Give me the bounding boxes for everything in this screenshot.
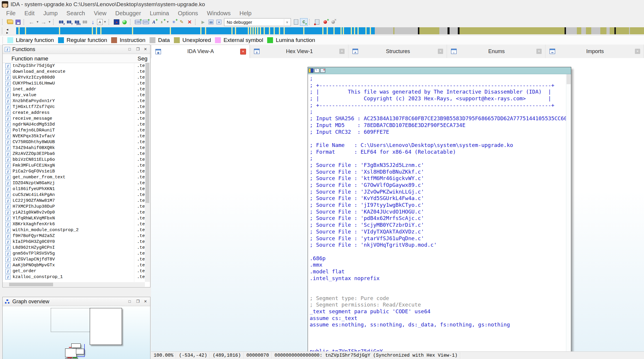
function-row[interactable]: fkIaIPhGH3Zg0C0Y0.tex	[3, 239, 145, 245]
tab-close-icon[interactable]: ✕	[635, 49, 640, 54]
disassembly-window-caption[interactable]	[308, 67, 571, 74]
step-trace-button[interactable]	[292, 18, 300, 26]
menu-item-options[interactable]: Options	[173, 9, 202, 18]
function-row[interactable]: fXBKrkXaghfenXrk6.tex	[3, 221, 145, 227]
run-to-cursor-button[interactable]: C	[300, 18, 308, 26]
menu-item-search[interactable]: Search	[62, 9, 89, 18]
function-row[interactable]: fIDZO4NzptW8GaHzj.tex	[3, 180, 145, 186]
function-row[interactable]: fol186ifyeUPhXKN1.tex	[3, 186, 145, 192]
function-row[interactable]: fkey_value.tex	[3, 92, 145, 98]
scrollbar-thumb[interactable]	[9, 283, 53, 286]
function-row[interactable]: fLC22j9OZfANw81M7.tex	[3, 198, 145, 204]
name-dropdown[interactable]: ▼	[103, 18, 107, 26]
function-row[interactable]: fH7XMCPIhJup38DuP.tex	[3, 204, 145, 209]
function-row[interactable]: fget_order.tex	[3, 268, 145, 274]
function-row[interactable]: fCV75RGDhthy8WUUB.tex	[3, 139, 145, 145]
navband-left-arrow-icon[interactable]: ◄	[6, 28, 9, 31]
menu-item-file[interactable]: File	[2, 9, 20, 18]
tab-structures[interactable]: AStructures✕	[348, 45, 447, 58]
function-row[interactable]: fngdrNAU4cdMg51Dd.tex	[3, 121, 145, 127]
function-row[interactable]: fTjHGxLtf7Zsf7qVc.tex	[3, 104, 145, 110]
graph-overview-titlebar[interactable]: Graph overview □ ❐ ✕	[3, 297, 150, 306]
function-row[interactable]: fCUKYPhwi1L6LHmwU.tex	[3, 80, 145, 86]
column-function-name[interactable]: Function name	[11, 55, 48, 62]
create-code-button[interactable]: CODE	[134, 18, 142, 26]
function-row[interactable]: fPolfmjn6LDRAuniT.tex	[3, 127, 145, 133]
column-segment[interactable]: Seg	[138, 55, 148, 62]
name-button[interactable]: A	[97, 18, 103, 26]
tab-ida-view-a[interactable]: ≣IDA View-A✕	[151, 45, 250, 58]
function-row[interactable]: fgnm56vTPlRSVSV5g.tex	[3, 250, 145, 256]
function-row[interactable]: fcreate_address.tex	[3, 110, 145, 116]
functions-horizontal-scrollbar[interactable]	[3, 282, 145, 287]
tab-close-icon[interactable]: ✕	[536, 49, 542, 54]
menu-item-debugger[interactable]: Debugger	[111, 9, 145, 18]
function-row[interactable]: freceive_message.tex	[3, 116, 145, 121]
create-string-button[interactable]: A	[150, 18, 158, 26]
tab-close-icon[interactable]: ✕	[240, 49, 246, 55]
function-row[interactable]: fNVEKPqx35kIvfacV.tex	[3, 133, 145, 139]
function-row[interactable]: fkzalloc_constprop_1.tex	[3, 274, 145, 280]
create-array-button[interactable]: ✳	[170, 18, 178, 26]
navigate-forward-button[interactable]: →	[40, 18, 48, 26]
scrollbar-thumb[interactable]	[567, 74, 571, 84]
lumina-status-icon[interactable]	[121, 18, 128, 26]
function-row[interactable]: fL8d962tHZygRCPnI.tex	[3, 245, 145, 250]
close-button[interactable]: ✕	[142, 46, 149, 53]
debugger-pause-button[interactable]: ❚❚	[207, 18, 215, 26]
function-row[interactable]: fYlfqRhWLKVqMFbxN.tex	[3, 215, 145, 221]
forward-history-dropdown[interactable]: ▼	[48, 18, 52, 26]
function-row[interactable]: fAaKjbPNOqbMpvGTx.tex	[3, 262, 145, 268]
search-immediate-value-button[interactable]: #	[57, 18, 65, 26]
undefine-button[interactable]: ✕	[186, 18, 194, 26]
menu-item-lumina[interactable]: Lumina	[145, 9, 174, 18]
debugger-select-combo[interactable]: No debugger∨	[224, 18, 291, 26]
maximize-button[interactable]: □	[126, 46, 133, 53]
function-row[interactable]: fbbiVzCN811ELLp6o.tex	[3, 157, 145, 162]
debugger-stop-button[interactable]: ■	[215, 18, 223, 26]
navband-marker-button[interactable]: ▲	[113, 18, 121, 26]
close-button[interactable]: ✕	[142, 298, 149, 305]
tab-enums[interactable]: ⁝Enums✕	[447, 45, 545, 58]
function-row[interactable]: fwithin_module_constprop_2.tex	[3, 227, 145, 233]
disassembly-scrollbar[interactable]	[566, 74, 571, 352]
navigation-band[interactable]	[16, 27, 644, 34]
function-row[interactable]: fPiCa2rGqFOVs1eiB.tex	[3, 168, 145, 174]
tab-close-icon[interactable]: ✕	[438, 49, 443, 54]
chevron-down-icon[interactable]: ∨	[284, 19, 290, 25]
maximize-button[interactable]: □	[126, 298, 133, 305]
navband-right-arrow-icon[interactable]: ►	[6, 31, 9, 34]
add-breakpoint-button[interactable]	[321, 18, 329, 26]
function-row[interactable]: fXnzbhEaPnydxn1rY.tex	[3, 98, 145, 104]
function-row[interactable]: ff9H7BoFQyrMd2a5Z.tex	[3, 233, 145, 239]
back-history-dropdown[interactable]: ▼	[35, 18, 40, 26]
breakpoint-list-button[interactable]	[313, 18, 321, 26]
function-row[interactable]: fT34Z94ahif0BXQRk.tex	[3, 145, 145, 151]
float-button[interactable]: ❐	[134, 46, 141, 53]
menu-item-help[interactable]: Help	[235, 9, 256, 18]
menu-item-edit[interactable]: Edit	[20, 9, 39, 18]
create-struct-button[interactable]: s	[158, 18, 166, 26]
save-button[interactable]	[14, 18, 22, 26]
tab-imports[interactable]: ⇦Imports✕	[545, 45, 644, 58]
function-row[interactable]: fULRYvXzICzy880d0.tex	[3, 74, 145, 80]
function-row[interactable]: fdownload_and_execute.tex	[3, 69, 145, 74]
menu-item-jump[interactable]: Jump	[39, 9, 62, 18]
functions-panel-titlebar[interactable]: f Functions □ ❐ ✕	[3, 45, 150, 54]
function-row[interactable]: fyiA21g0kW8v2vOp0.tex	[3, 209, 145, 215]
function-row[interactable]: ftnZVpIShr75djGgY.tex	[3, 63, 145, 69]
scrollbar-thumb[interactable]	[145, 63, 149, 203]
functions-list[interactable]: ftnZVpIShr75djGgY.texfdownload_and_execu…	[3, 63, 145, 282]
search-binary-button[interactable]: 101	[73, 18, 81, 26]
function-row[interactable]: fcuC5zWc4iL4kPgAn.tex	[3, 192, 145, 198]
search-text-button[interactable]: T	[65, 18, 73, 26]
tab-hex-view-1[interactable]: 0Hex View-1✕	[250, 45, 348, 58]
create-struct-dropdown[interactable]: ▼	[166, 18, 170, 26]
jump-address-button[interactable]: ↓	[89, 18, 97, 26]
menu-item-view[interactable]: View	[89, 9, 111, 18]
open-file-button[interactable]	[6, 18, 14, 26]
function-row[interactable]: fget_number_from_text.tex	[3, 174, 145, 180]
create-data-button[interactable]: DATA	[142, 18, 150, 26]
functions-column-header[interactable]: Function name Seg	[3, 54, 150, 63]
graph-overview-canvas[interactable]	[3, 306, 150, 359]
